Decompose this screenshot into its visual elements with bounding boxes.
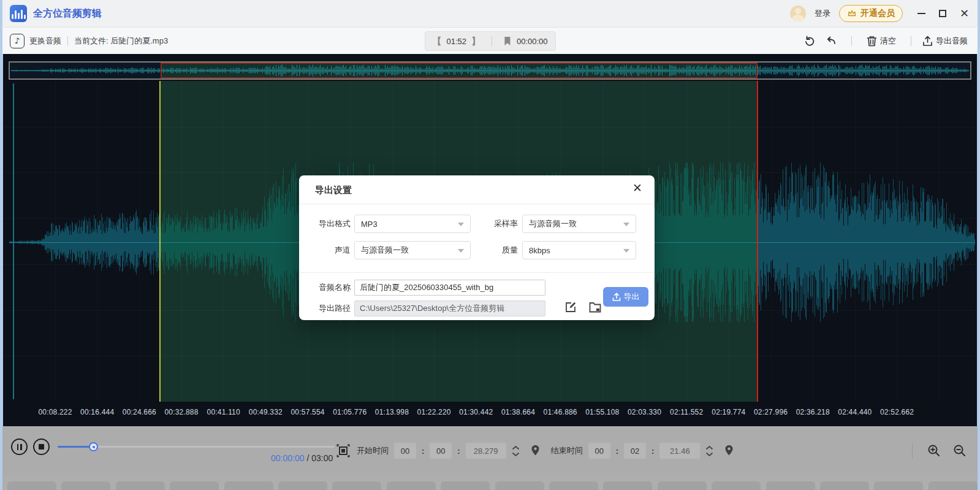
playback-bar: 00:00:00 / 03:00 开始时间 00 : 00 : 28.279 结…: [0, 426, 980, 475]
total-time: 03:00: [311, 453, 333, 463]
start-seconds-field[interactable]: 00: [430, 443, 452, 459]
start-minutes-field[interactable]: 00: [394, 443, 416, 459]
current-time: 00:00:00: [271, 453, 305, 463]
chevron-down-icon: [458, 249, 464, 253]
loop-end-bracket-icon[interactable]: 】: [471, 36, 481, 47]
pause-button[interactable]: [11, 438, 28, 455]
end-time-label: 结束时间: [551, 445, 583, 456]
time-axis-label: 02:19.774: [712, 408, 745, 416]
samplerate-select[interactable]: 与源音频一致: [522, 215, 636, 233]
preset-card[interactable]: [820, 481, 869, 490]
preset-card[interactable]: [874, 481, 923, 490]
stop-button[interactable]: [33, 438, 50, 455]
colon: :: [422, 446, 424, 456]
clear-button[interactable]: 清空: [867, 36, 896, 47]
export-dialog: 导出设置 ✕ 导出格式 MP3 采样率 与源音频一致 声道 与源音频一致 质量 …: [299, 175, 655, 320]
change-audio-button[interactable]: 更换音频: [29, 36, 61, 47]
preset-card[interactable]: [658, 481, 707, 490]
channel-select[interactable]: 与源音频一致: [354, 241, 471, 259]
preset-card[interactable]: [441, 481, 490, 490]
upload-icon: [922, 36, 933, 47]
set-end-pin-icon[interactable]: [724, 445, 734, 457]
preset-card[interactable]: [929, 481, 978, 490]
format-label: 导出格式: [305, 215, 351, 233]
bookmark-icon[interactable]: [503, 36, 512, 46]
preset-card[interactable]: [712, 481, 761, 490]
waveform-overview[interactable]: [9, 61, 971, 80]
marker-time-value: 00:00:00: [517, 37, 548, 46]
export-path-label: 导出路径: [305, 301, 351, 316]
set-start-pin-icon[interactable]: [530, 445, 541, 457]
close-button[interactable]: ✕: [960, 8, 969, 19]
preset-card[interactable]: [116, 481, 165, 490]
current-file-label: 当前文件: 后陡门的夏.mp3: [74, 36, 168, 47]
zoom-in-icon[interactable]: [927, 444, 941, 457]
audio-name-input[interactable]: [354, 280, 545, 296]
preset-card[interactable]: [224, 481, 273, 490]
time-axis-label: 02:36.218: [796, 408, 830, 416]
preset-card[interactable]: [61, 481, 110, 490]
dialog-close-icon[interactable]: ✕: [632, 182, 642, 194]
edit-path-icon[interactable]: [564, 301, 577, 313]
progress-fill: [58, 446, 93, 448]
music-note-icon[interactable]: ♪: [10, 34, 25, 48]
dialog-title: 导出设置: [315, 185, 352, 196]
maximize-button[interactable]: [939, 10, 946, 17]
trash-icon: [867, 36, 877, 47]
chevron-down-icon: [458, 223, 464, 226]
preset-card[interactable]: [766, 481, 815, 490]
export-audio-button[interactable]: 导出音频: [922, 36, 968, 47]
time-axis-label: 01:30.442: [459, 408, 493, 416]
preset-card[interactable]: [387, 481, 436, 490]
time-axis-label: 00:24.666: [123, 408, 156, 416]
time-axis-label: 02:27.996: [754, 408, 788, 416]
time-axis-label: 02:11.552: [670, 408, 703, 416]
divider: [67, 36, 68, 46]
audio-name-label: 音频名称: [305, 280, 351, 296]
time-axis-label: 01:05.776: [333, 408, 367, 416]
time-axis-label: 00:08.222: [38, 408, 72, 416]
open-folder-icon[interactable]: [589, 302, 601, 313]
channel-value: 与源音频一致: [361, 245, 409, 256]
quality-select[interactable]: 8kbps: [522, 241, 636, 259]
end-minutes-field[interactable]: 00: [588, 443, 610, 459]
time-axis-label: 02:03.330: [628, 408, 661, 416]
crop-icon[interactable]: [336, 444, 350, 457]
chevron-down-icon: [623, 223, 629, 226]
time-axis-label: 01:55.108: [585, 408, 619, 416]
user-avatar[interactable]: [790, 6, 806, 21]
export-confirm-button[interactable]: 导出: [603, 287, 648, 307]
crown-icon: [847, 9, 857, 18]
preset-card[interactable]: [332, 481, 381, 490]
login-button[interactable]: 登录: [815, 8, 830, 19]
progress-thumb[interactable]: [89, 442, 98, 451]
preset-card[interactable]: [495, 481, 544, 490]
end-seconds-field[interactable]: 02: [624, 443, 646, 459]
divider: [912, 443, 913, 459]
redo-icon[interactable]: [824, 35, 837, 47]
undo-icon[interactable]: [803, 35, 816, 47]
minimize-button[interactable]: [917, 13, 925, 14]
preset-card[interactable]: [278, 481, 327, 490]
upload-icon: [612, 293, 621, 302]
loop-start-bracket-icon[interactable]: 【: [432, 36, 441, 47]
colon: :: [651, 446, 654, 456]
zoom-out-icon[interactable]: [953, 444, 967, 457]
preset-card[interactable]: [170, 481, 219, 490]
end-time-stepper[interactable]: [705, 446, 713, 456]
preset-card[interactable]: [549, 481, 598, 490]
progress-slider[interactable]: [58, 446, 335, 448]
time-axis-label: 00:49.332: [249, 408, 283, 416]
time-axis-label: 01:46.886: [544, 408, 577, 416]
end-ms-field[interactable]: 21.46: [659, 443, 700, 459]
clear-label: 清空: [880, 36, 896, 47]
time-separator: /: [305, 453, 312, 463]
start-time-stepper[interactable]: [512, 446, 520, 456]
export-path-input[interactable]: [354, 301, 545, 316]
quality-value: 8kbps: [529, 246, 550, 255]
preset-card[interactable]: [7, 481, 56, 490]
format-select[interactable]: MP3: [354, 215, 471, 233]
preset-card[interactable]: [603, 481, 652, 490]
start-ms-field[interactable]: 28.279: [466, 443, 506, 459]
vip-button[interactable]: 开通会员: [839, 5, 903, 22]
